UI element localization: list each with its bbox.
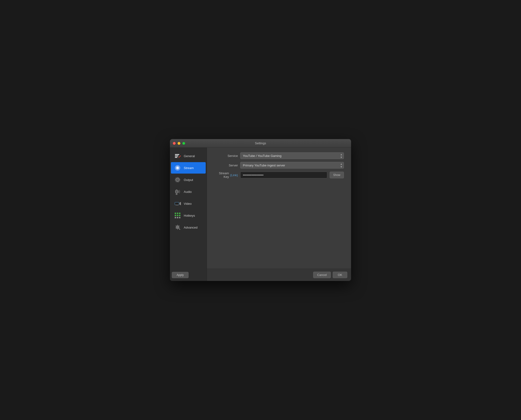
sidebar-item-general-label: General [184, 154, 195, 158]
main-content: Service YouTube / YouTube Gaming ▲ ▼ [207, 148, 351, 269]
titlebar: Settings [170, 139, 351, 148]
server-select[interactable]: Primary YouTube ingest server [240, 162, 344, 169]
sidebar-item-stream[interactable]: Stream [171, 162, 206, 173]
sidebar-item-output-label: Output [184, 178, 193, 182]
service-label: Service [214, 154, 238, 158]
window-body: General Strea [170, 148, 351, 281]
svg-rect-27 [177, 217, 178, 218]
sidebar-item-general[interactable]: General [171, 150, 206, 162]
minimize-button[interactable] [178, 142, 180, 145]
svg-rect-0 [175, 157, 177, 158]
svg-rect-1 [175, 156, 178, 157]
stream-key-label: Stream Key [214, 172, 229, 179]
server-label: Server [214, 164, 238, 167]
svg-rect-18 [176, 205, 179, 205]
svg-rect-16 [175, 202, 179, 205]
server-select-wrapper: Primary YouTube ingest server ▲ ▼ [240, 162, 344, 169]
sidebar: General Strea [170, 148, 207, 281]
svg-point-9 [177, 179, 178, 180]
sidebar-item-output[interactable]: Output [171, 174, 206, 186]
stream-key-label-group: Stream Key (Link) [214, 172, 238, 179]
svg-rect-28 [179, 217, 180, 218]
hotkeys-icon [174, 212, 181, 219]
bottom-bar: Cancel OK [207, 269, 351, 281]
ok-button[interactable]: OK [333, 272, 347, 278]
advanced-icon [174, 224, 181, 231]
sidebar-item-audio-label: Audio [184, 190, 192, 194]
svg-point-30 [177, 227, 178, 228]
svg-rect-20 [175, 213, 176, 214]
stream-key-link[interactable]: (Link) [230, 173, 238, 177]
service-select[interactable]: YouTube / YouTube Gaming [240, 152, 344, 159]
window-title: Settings [255, 142, 266, 145]
sidebar-item-video-label: Video [184, 202, 192, 205]
general-icon [174, 152, 181, 160]
svg-rect-24 [177, 215, 178, 216]
svg-rect-22 [179, 213, 180, 214]
sidebar-item-hotkeys[interactable]: Hotkeys [171, 210, 206, 221]
settings-window: Settings General [170, 139, 351, 281]
output-icon [174, 176, 181, 184]
audio-icon [174, 188, 181, 195]
svg-point-6 [177, 167, 179, 169]
sidebar-bottom: Apply [170, 269, 207, 281]
show-button[interactable]: Show [330, 172, 344, 178]
sidebar-item-advanced-label: Advanced [184, 226, 198, 229]
sidebar-item-hotkeys-label: Hotkeys [184, 214, 195, 218]
traffic-lights [173, 142, 185, 145]
svg-marker-3 [179, 156, 180, 158]
svg-marker-17 [179, 202, 181, 205]
sidebar-item-stream-label: Stream [184, 166, 194, 170]
service-select-wrapper: YouTube / YouTube Gaming ▲ ▼ [240, 152, 344, 159]
close-button[interactable] [173, 142, 176, 145]
sidebar-item-advanced[interactable]: Advanced [171, 222, 206, 233]
stream-key-input[interactable] [240, 172, 327, 178]
svg-point-12 [176, 190, 178, 193]
svg-rect-2 [175, 154, 179, 155]
stream-key-row: Stream Key (Link) Show [214, 172, 344, 179]
svg-rect-23 [175, 215, 176, 216]
svg-rect-26 [175, 217, 176, 218]
service-row: Service YouTube / YouTube Gaming ▲ ▼ [214, 152, 344, 159]
stream-icon [174, 164, 181, 172]
sidebar-item-audio[interactable]: Audio [171, 186, 206, 197]
maximize-button[interactable] [182, 142, 185, 145]
form-area: Service YouTube / YouTube Gaming ▲ ▼ [214, 152, 344, 264]
svg-rect-21 [177, 213, 178, 214]
apply-button[interactable]: Apply [172, 272, 188, 278]
cancel-button[interactable]: Cancel [313, 272, 331, 278]
video-icon [174, 200, 181, 207]
svg-line-5 [178, 158, 179, 158]
svg-rect-25 [179, 215, 180, 216]
sidebar-item-video[interactable]: Video [171, 198, 206, 209]
server-row: Server Primary YouTube ingest server ▲ ▼ [214, 162, 344, 169]
